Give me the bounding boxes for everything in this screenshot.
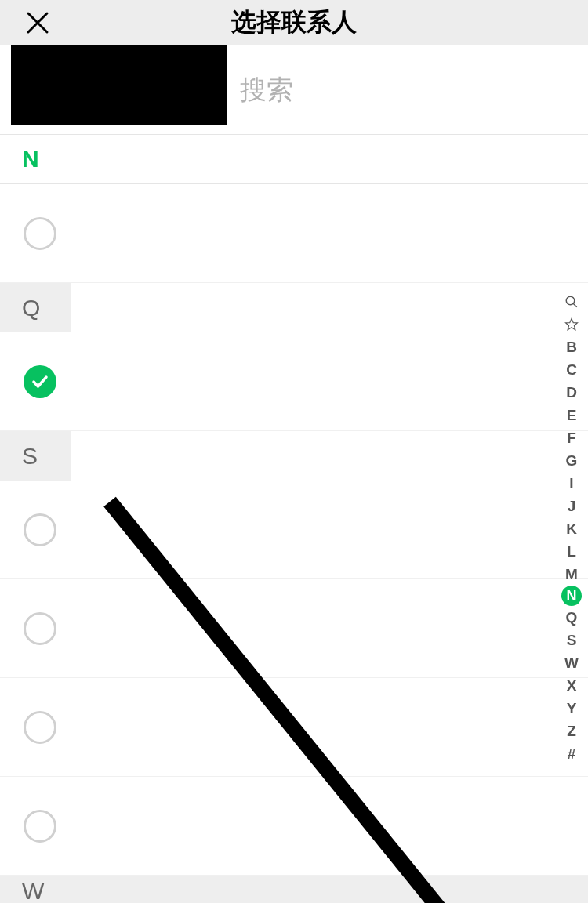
index-letter[interactable]: B — [560, 335, 583, 358]
section-header: N — [0, 135, 588, 184]
index-letter[interactable]: L — [560, 540, 583, 563]
index-letter[interactable]: E — [560, 404, 583, 426]
checkbox-unchecked[interactable] — [24, 217, 56, 250]
contact-item[interactable] — [0, 332, 588, 431]
search-input[interactable] — [240, 74, 475, 105]
svg-point-2 — [566, 296, 575, 305]
index-letter[interactable]: D — [560, 381, 583, 404]
index-letter[interactable]: J — [560, 495, 583, 517]
contact-item[interactable] — [0, 481, 588, 579]
index-letter[interactable]: # — [560, 742, 583, 765]
contact-list: N Q S W — [0, 135, 588, 903]
checkbox-unchecked[interactable] — [24, 711, 56, 744]
index-letter[interactable]: X — [560, 674, 583, 697]
search-icon[interactable] — [560, 290, 583, 313]
index-letter[interactable]: W — [560, 651, 583, 674]
svg-line-3 — [573, 303, 577, 307]
section-header: Q — [0, 283, 71, 332]
section-header: W — [0, 876, 588, 903]
contact-item[interactable] — [0, 184, 588, 283]
redacted-block — [11, 45, 227, 125]
section-header: S — [0, 431, 71, 481]
checkbox-checked[interactable] — [24, 365, 56, 398]
index-letter[interactable]: Q — [560, 606, 583, 629]
index-letter[interactable]: G — [560, 449, 583, 472]
index-letter-active[interactable]: N — [561, 586, 582, 606]
checkbox-unchecked[interactable] — [24, 810, 56, 843]
index-letter[interactable]: F — [560, 426, 583, 449]
search-row — [0, 45, 588, 135]
contact-item[interactable] — [0, 777, 588, 876]
index-letter[interactable]: Y — [560, 697, 583, 720]
index-letter[interactable]: K — [560, 517, 583, 540]
checkbox-unchecked[interactable] — [24, 513, 56, 546]
index-letter[interactable]: S — [560, 629, 583, 651]
svg-marker-4 — [566, 318, 578, 329]
alpha-index[interactable]: B C D E F G I J K L M N Q S W X Y Z # — [560, 290, 583, 765]
star-icon[interactable] — [560, 313, 583, 335]
close-icon[interactable] — [22, 7, 53, 38]
index-letter[interactable]: I — [560, 472, 583, 495]
index-letter[interactable]: M — [560, 563, 583, 586]
header: 选择联系人 — [0, 0, 588, 45]
contact-item[interactable] — [0, 579, 588, 678]
index-letter[interactable]: Z — [560, 720, 583, 742]
page-title: 选择联系人 — [0, 5, 588, 40]
index-letter[interactable]: C — [560, 358, 583, 381]
checkbox-unchecked[interactable] — [24, 612, 56, 645]
